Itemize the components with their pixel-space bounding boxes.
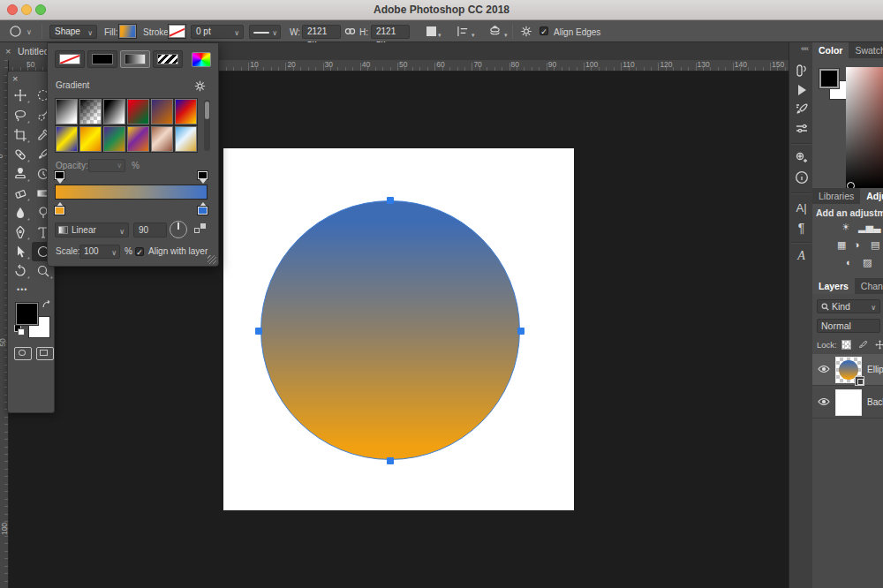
ellipse-shape[interactable] bbox=[260, 200, 520, 460]
layer-row-ellipse[interactable]: Ellipse 1 bbox=[812, 354, 883, 386]
color-stop-left[interactable] bbox=[55, 202, 64, 215]
levels-icon[interactable]: ▂▅▃ bbox=[858, 222, 880, 233]
character-panel-icon[interactable]: A| bbox=[792, 199, 811, 216]
hue-saturation-icon[interactable]: ▨ bbox=[863, 257, 872, 268]
gradient-preset-swatch-4[interactable] bbox=[150, 98, 174, 125]
gradient-type-dropdown[interactable]: Linear ∨ bbox=[55, 222, 129, 237]
healing-brush-tool[interactable] bbox=[9, 145, 32, 164]
blend-mode-dropdown[interactable]: Normal bbox=[817, 319, 880, 333]
tool-mode-dropdown[interactable]: Shape ∨ bbox=[49, 25, 97, 39]
lock-transparency-icon[interactable] bbox=[841, 340, 851, 350]
paragraph-panel-icon[interactable]: ¶ bbox=[792, 219, 811, 237]
close-tab-icon[interactable]: × bbox=[5, 42, 11, 60]
color-stop-right[interactable] bbox=[198, 202, 208, 215]
lasso-tool[interactable] bbox=[9, 106, 32, 125]
tab-channels[interactable]: Channels bbox=[855, 278, 883, 294]
tab-swatches[interactable]: Swatches bbox=[849, 42, 883, 58]
fill-color-swatch[interactable] bbox=[119, 25, 136, 38]
shape-height-input[interactable]: 2121 px bbox=[371, 25, 410, 39]
move-tool[interactable] bbox=[9, 86, 32, 105]
tab-color[interactable]: Color bbox=[812, 42, 849, 58]
transform-handle-right[interactable] bbox=[517, 328, 525, 335]
path-alignment-button[interactable] bbox=[457, 26, 470, 37]
layer-thumbnail[interactable] bbox=[835, 357, 862, 383]
gear-icon[interactable] bbox=[194, 80, 206, 92]
lock-pixels-brush-icon[interactable] bbox=[858, 340, 868, 350]
layer-name[interactable]: Background bbox=[867, 397, 883, 407]
canvas[interactable] bbox=[223, 148, 574, 510]
gradient-preset-swatch-1[interactable] bbox=[79, 98, 102, 125]
color-lookup-icon[interactable]: ▦ bbox=[837, 239, 846, 251]
gradient-preset-swatch-9[interactable] bbox=[126, 125, 150, 153]
path-arrangement-button[interactable] bbox=[488, 26, 502, 37]
crop-tool[interactable] bbox=[9, 125, 32, 145]
gradient-preset-swatch-11[interactable] bbox=[174, 125, 198, 153]
stroke-style-dropdown[interactable]: ∨ bbox=[249, 25, 281, 39]
default-colors-icon[interactable] bbox=[14, 325, 25, 335]
pen-tool[interactable] bbox=[9, 222, 32, 242]
link-dimensions-icon[interactable] bbox=[344, 26, 356, 37]
scrollbar-thumb[interactable] bbox=[205, 102, 209, 119]
no-fill-button[interactable] bbox=[55, 50, 85, 68]
collapse-panels-icon[interactable]: «« bbox=[801, 44, 808, 53]
pattern-fill-button[interactable] bbox=[153, 50, 183, 68]
panel-resize-grip[interactable] bbox=[208, 255, 216, 264]
opacity-stop-left[interactable] bbox=[55, 171, 64, 184]
edit-toolbar-dots-icon[interactable]: ••• bbox=[17, 285, 27, 294]
foreground-color-swatch[interactable] bbox=[819, 69, 839, 88]
solid-fill-button[interactable] bbox=[87, 50, 117, 68]
layer-thumbnail[interactable] bbox=[835, 389, 862, 416]
path-operations-button[interactable] bbox=[426, 26, 436, 36]
screen-mode-button[interactable] bbox=[36, 347, 54, 360]
opacity-dropdown[interactable]: ∨ bbox=[88, 159, 125, 172]
gradient-preset-swatch-8[interactable] bbox=[102, 125, 126, 153]
gradient-preset-swatch-6[interactable] bbox=[55, 125, 79, 153]
quick-mask-button[interactable] bbox=[14, 347, 32, 360]
gradient-preset-swatch-5[interactable] bbox=[174, 98, 198, 125]
tool-preset-caret-icon[interactable]: ∨ bbox=[26, 28, 32, 36]
swap-colors-icon[interactable] bbox=[42, 299, 52, 310]
clone-stamp-tool[interactable] bbox=[9, 164, 32, 184]
stroke-width-dropdown[interactable]: 0 pt ∨ bbox=[191, 25, 244, 39]
gradient-preset-swatch-3[interactable] bbox=[126, 98, 150, 125]
align-edges-checkbox[interactable]: ✓ bbox=[540, 26, 548, 35]
glyphs-panel-icon[interactable]: A bbox=[792, 247, 811, 265]
vibrance-icon[interactable]: ◐ bbox=[846, 257, 852, 268]
transform-handle-bottom[interactable] bbox=[387, 457, 394, 464]
gradient-angle-input[interactable]: 90 bbox=[133, 222, 167, 237]
tool-presets-icon[interactable] bbox=[792, 120, 811, 138]
gradient-preset-swatch-10[interactable] bbox=[150, 125, 174, 153]
rotate-view-tool[interactable] bbox=[9, 261, 32, 281]
gradient-grid-scrollbar[interactable] bbox=[204, 100, 210, 151]
gradient-fill-button[interactable] bbox=[120, 50, 150, 68]
brush-panel-icon[interactable] bbox=[792, 101, 811, 118]
color-picker-field[interactable] bbox=[846, 67, 883, 188]
ellipse-tool-preview-icon[interactable] bbox=[9, 26, 22, 37]
gradient-preset-swatch-0[interactable] bbox=[55, 98, 79, 125]
layer-row-background[interactable]: Background bbox=[812, 387, 883, 418]
brightness-contrast-icon[interactable]: ☀ bbox=[841, 222, 850, 233]
gear-icon[interactable] bbox=[520, 26, 532, 37]
gradient-preview-bar[interactable] bbox=[55, 185, 208, 200]
scale-dropdown[interactable]: 100 ∨ bbox=[79, 245, 120, 259]
gradient-preset-swatch-7[interactable] bbox=[79, 125, 102, 153]
tab-layers[interactable]: Layers bbox=[812, 278, 855, 294]
close-panel-icon[interactable]: × bbox=[12, 73, 18, 84]
path-selection-tool[interactable] bbox=[9, 242, 32, 261]
tab-adjustments[interactable]: Adjustments bbox=[860, 188, 883, 204]
blur-tool[interactable] bbox=[9, 203, 32, 222]
lock-position-icon[interactable] bbox=[875, 340, 883, 350]
foreground-color-swatch[interactable] bbox=[16, 303, 38, 325]
black-white-icon[interactable]: ◑ bbox=[854, 239, 860, 250]
transform-handle-left[interactable] bbox=[255, 328, 262, 335]
actions-play-icon[interactable] bbox=[792, 81, 811, 99]
angle-dial[interactable] bbox=[170, 221, 187, 238]
layer-visibility-eye-icon[interactable] bbox=[818, 365, 830, 373]
brush-settings-icon[interactable] bbox=[792, 62, 811, 79]
info-icon[interactable] bbox=[792, 169, 811, 186]
clone-source-icon[interactable] bbox=[792, 149, 811, 167]
align-with-layer-checkbox[interactable]: ✓ bbox=[135, 247, 144, 256]
shape-width-input[interactable]: 2121 px bbox=[302, 25, 341, 39]
reverse-gradient-button[interactable] bbox=[194, 223, 208, 235]
layer-visibility-eye-icon[interactable] bbox=[818, 397, 830, 406]
